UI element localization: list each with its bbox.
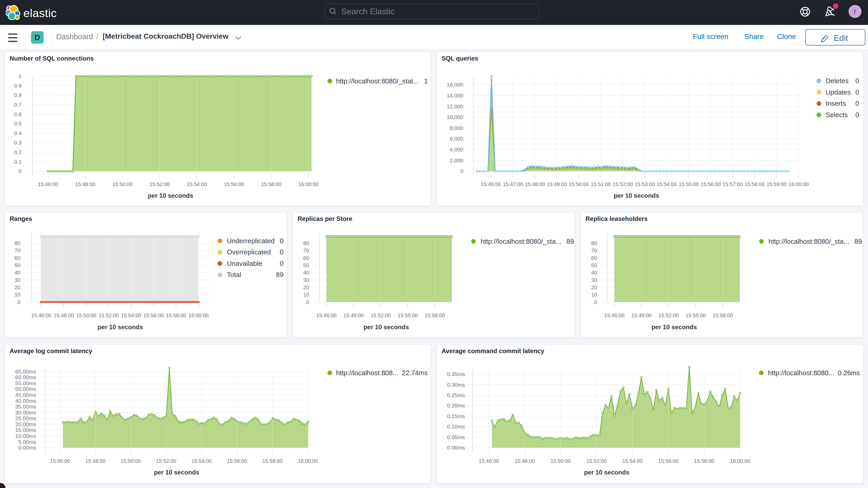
svg-text:16:00:00: 16:00:00	[730, 458, 750, 464]
svg-text:0: 0	[306, 299, 309, 305]
svg-text:15:50:00: 15:50:00	[569, 181, 589, 187]
svg-text:60: 60	[303, 255, 309, 261]
svg-text:0.3: 0.3	[14, 140, 22, 146]
svg-text:0.00ms: 0.00ms	[447, 445, 465, 451]
svg-text:65.00ms: 65.00ms	[15, 368, 36, 374]
svg-text:0.30ms: 0.30ms	[447, 382, 465, 388]
svg-text:15:54:00: 15:54:00	[622, 458, 643, 464]
svg-text:30: 30	[591, 277, 597, 283]
svg-text:15:55:00: 15:55:00	[398, 313, 418, 318]
svg-text:15:47:00: 15:47:00	[503, 181, 523, 187]
svg-text:Deletes: Deletes	[826, 77, 848, 85]
svg-text:15:48:00: 15:48:00	[75, 181, 95, 187]
svg-text:70: 70	[14, 247, 21, 253]
svg-text:http://localhost:8080/_sta...: http://localhost:8080/_sta...	[480, 238, 561, 245]
svg-text:16:00:00: 16:00:00	[298, 458, 318, 464]
svg-text:Overreplicated: Overreplicated	[227, 248, 271, 256]
svg-text:15:50:00: 15:50:00	[121, 458, 141, 464]
svg-text:0: 0	[280, 248, 283, 256]
svg-text:per 10 seconds: per 10 seconds	[98, 324, 143, 331]
svg-text:15:48:00: 15:48:00	[525, 181, 545, 187]
svg-text:http://localhost:8080/_stat...: http://localhost:8080/_stat...	[336, 77, 418, 85]
svg-text:20: 20	[591, 284, 597, 290]
svg-text:15:58:00: 15:58:00	[262, 458, 282, 464]
svg-text:80: 80	[303, 240, 309, 246]
svg-text:15:52:00: 15:52:00	[149, 181, 170, 187]
svg-text:0.8: 0.8	[14, 92, 22, 98]
svg-text:15:51:00: 15:51:00	[591, 181, 611, 187]
svg-text:15:46:00: 15:46:00	[50, 458, 70, 464]
svg-text:15:46:00: 15:46:00	[316, 313, 337, 318]
svg-text:15:48:00: 15:48:00	[54, 313, 74, 318]
svg-text:15:54:00: 15:54:00	[657, 181, 677, 187]
svg-text:8,000: 8,000	[450, 125, 463, 131]
svg-text:0: 0	[460, 168, 463, 174]
svg-text:10,000: 10,000	[447, 114, 463, 120]
svg-text:per 10 seconds: per 10 seconds	[148, 192, 193, 199]
svg-text:0.10ms: 0.10ms	[447, 424, 465, 430]
svg-text:per 10 seconds: per 10 seconds	[154, 469, 199, 476]
svg-text:60: 60	[14, 255, 21, 261]
svg-text:14,000: 14,000	[447, 92, 463, 98]
svg-text:0: 0	[19, 168, 22, 174]
svg-text:15:56:00: 15:56:00	[701, 181, 721, 187]
svg-text:15:50:00: 15:50:00	[551, 458, 571, 464]
svg-text:20: 20	[14, 284, 21, 290]
svg-text:15:46:00: 15:46:00	[31, 313, 52, 318]
svg-text:40: 40	[591, 270, 597, 275]
svg-text:15:46:00: 15:46:00	[38, 181, 58, 187]
svg-text:10: 10	[303, 292, 309, 298]
svg-text:per 10 seconds: per 10 seconds	[614, 192, 659, 199]
svg-text:15:58:00: 15:58:00	[425, 313, 445, 318]
svg-text:30.00ms: 30.00ms	[15, 409, 36, 416]
svg-text:0: 0	[856, 88, 859, 96]
svg-text:15:58:00: 15:58:00	[166, 313, 186, 318]
svg-text:15:59:00: 15:59:00	[766, 181, 787, 187]
svg-text:0.35ms: 0.35ms	[447, 371, 465, 377]
svg-text:55.00ms: 55.00ms	[15, 380, 36, 386]
svg-text:0.9: 0.9	[14, 83, 22, 89]
svg-text:15:58:00: 15:58:00	[745, 181, 765, 187]
svg-text:15:46:00: 15:46:00	[479, 458, 499, 464]
svg-text:12,000: 12,000	[447, 103, 463, 110]
svg-text:15:53:00: 15:53:00	[634, 181, 655, 187]
svg-text:30: 30	[303, 277, 309, 283]
svg-text:15:54:00: 15:54:00	[187, 181, 207, 187]
svg-text:15:50:00: 15:50:00	[112, 181, 132, 187]
svg-text:70: 70	[591, 247, 597, 253]
svg-text:15:57:00: 15:57:00	[722, 181, 743, 187]
svg-text:40: 40	[14, 270, 21, 275]
svg-text:15:49:00: 15:49:00	[547, 181, 567, 187]
svg-text:80: 80	[14, 240, 21, 246]
svg-text:16,000: 16,000	[447, 82, 463, 88]
svg-text:10: 10	[591, 292, 597, 298]
svg-text:0.4: 0.4	[14, 130, 22, 136]
svg-text:15:50:00: 15:50:00	[76, 313, 96, 318]
svg-text:1: 1	[19, 73, 22, 79]
svg-text:50: 50	[591, 262, 597, 268]
svg-text:Selects: Selects	[826, 111, 848, 119]
svg-text:0.15ms: 0.15ms	[447, 413, 465, 419]
svg-text:15:54:00: 15:54:00	[121, 313, 142, 318]
svg-text:60: 60	[591, 255, 597, 261]
svg-text:0.5: 0.5	[14, 121, 22, 126]
svg-text:15:49:00: 15:49:00	[343, 313, 364, 318]
svg-text:2,000: 2,000	[450, 157, 463, 163]
svg-text:20: 20	[303, 284, 309, 290]
svg-text:0: 0	[856, 77, 859, 85]
svg-text:25.00ms: 25.00ms	[15, 415, 36, 421]
svg-text:50: 50	[14, 262, 21, 268]
svg-text:0.20ms: 0.20ms	[447, 402, 465, 408]
svg-text:0: 0	[280, 237, 283, 245]
svg-text:6,000: 6,000	[450, 135, 463, 142]
svg-text:15:56:00: 15:56:00	[224, 181, 244, 187]
svg-text:Updates: Updates	[826, 88, 851, 96]
svg-text:Underreplicated: Underreplicated	[227, 237, 275, 245]
svg-text:20.00ms: 20.00ms	[15, 421, 36, 427]
svg-text:15.00ms: 15.00ms	[15, 427, 36, 433]
svg-text:15:52:00: 15:52:00	[371, 313, 391, 318]
svg-text:0: 0	[280, 260, 283, 267]
svg-text:15:58:00: 15:58:00	[713, 313, 733, 318]
svg-text:15:55:00: 15:55:00	[679, 181, 699, 187]
svg-text:15:52:00: 15:52:00	[98, 313, 119, 318]
